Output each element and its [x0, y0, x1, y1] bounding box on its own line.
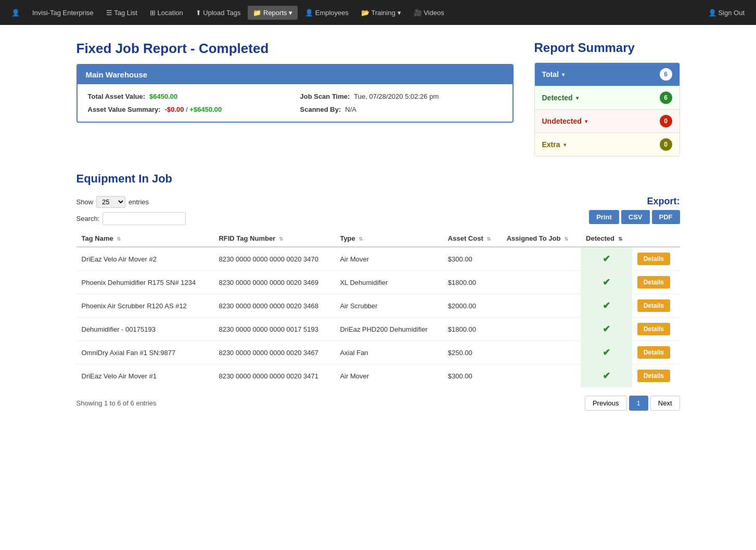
col-tag-name[interactable]: Tag Name ⇅	[76, 230, 214, 247]
showing-text: Showing 1 to 6 of 6 entries	[76, 399, 157, 407]
equipment-title: Equipment In Job	[76, 172, 680, 186]
table-row: Phoenix Dehumidifier R175 SN# 1234 8230 …	[76, 271, 680, 294]
cell-asset-cost: $1800.00	[443, 318, 502, 341]
job-scan-time-field: Job Scan Time: Tue, 07/28/2020 5:02:26 p…	[300, 93, 502, 100]
nav-sign-out[interactable]: 👤 Sign Out	[703, 9, 750, 17]
details-button[interactable]: Details	[637, 253, 670, 265]
csv-button[interactable]: CSV	[621, 210, 650, 224]
cell-asset-cost: $250.00	[443, 341, 502, 364]
previous-button[interactable]: Previous	[585, 396, 627, 411]
job-card: Main Warehouse Total Asset Value: $6450.…	[76, 64, 514, 123]
job-scan-time-label: Job Scan Time:	[300, 93, 350, 100]
job-scan-time: Tue, 07/28/2020 5:02:26 pm	[354, 93, 439, 100]
cell-rfid: 8230 0000 0000 0000 0020 3468	[213, 294, 335, 318]
summary-card: Total ▾ 6 Detected ▾ 6 Undetected ▾	[534, 62, 680, 156]
sort-assigned-icon: ⇅	[564, 236, 568, 242]
col-assigned-to-job[interactable]: Assigned To Job ⇅	[502, 230, 581, 247]
summary-extra-label: Extra ▾	[542, 140, 566, 149]
extra-caret-icon: ▾	[563, 142, 566, 148]
pagination-area: Showing 1 to 6 of 6 entries Previous 1 N…	[76, 396, 680, 411]
table-row: OmniDry Axial Fan #1 SN:9877 8230 0000 0…	[76, 341, 680, 364]
cell-asset-cost: $300.00	[443, 247, 502, 271]
col-actions	[632, 230, 680, 247]
sort-rfid-icon: ⇅	[279, 236, 283, 242]
report-section: Fixed Job Report - Completed Main Wareho…	[76, 41, 514, 156]
cell-tag-name: Dehumidifier - 00175193	[76, 318, 214, 341]
top-section: Fixed Job Report - Completed Main Wareho…	[76, 41, 680, 156]
entries-select[interactable]: 10 25 50 100	[96, 196, 125, 208]
summary-row-extra[interactable]: Extra ▾ 0	[535, 133, 680, 156]
nav-item-reports[interactable]: 📁 Reports ▾	[248, 6, 298, 20]
check-icon: ✔	[603, 300, 610, 311]
search-input[interactable]	[102, 212, 186, 225]
export-section: Export: Print CSV PDF	[589, 196, 680, 224]
nav-brand[interactable]: Invisi-Tag Enterprise	[27, 9, 99, 17]
col-detected[interactable]: Detected ⇅	[581, 230, 632, 247]
report-title: Fixed Job Report - Completed	[76, 41, 514, 57]
nav-user-icon: 👤	[6, 9, 25, 17]
table-row: Dehumidifier - 00175193 8230 0000 0000 0…	[76, 318, 680, 341]
cell-detected: ✔	[581, 318, 632, 341]
summary-row-undetected[interactable]: Undetected ▾ 0	[535, 110, 680, 133]
pdf-button[interactable]: PDF	[652, 210, 680, 224]
summary-row-total[interactable]: Total ▾ 6	[535, 63, 680, 86]
cell-actions: Details	[632, 271, 680, 294]
col-rfid[interactable]: RFID Tag Number ⇅	[213, 230, 335, 247]
table-row: Phoenix Air Scrubber R120 AS #12 8230 00…	[76, 294, 680, 318]
job-card-body: Total Asset Value: $6450.00 Asset Value …	[78, 84, 512, 122]
sort-asset-cost-icon: ⇅	[486, 236, 491, 242]
extra-badge: 0	[660, 138, 672, 151]
summary-row-detected[interactable]: Detected ▾ 6	[535, 86, 680, 110]
col-type[interactable]: Type ⇅	[335, 230, 442, 247]
page-1-button[interactable]: 1	[629, 396, 648, 411]
details-button[interactable]: Details	[637, 346, 670, 359]
cell-rfid: 8230 0000 0000 0000 0017 5193	[213, 318, 335, 341]
total-badge: 6	[660, 68, 672, 81]
asset-value-positive: +$6450.00	[189, 106, 222, 113]
cell-actions: Details	[632, 318, 680, 341]
total-asset-value: $6450.00	[149, 93, 177, 100]
show-entries-row: Show 10 25 50 100 entries	[76, 196, 186, 208]
cell-detected: ✔	[581, 341, 632, 364]
asset-value-negative: -$0.00	[165, 106, 184, 113]
total-asset-value-label: Total Asset Value:	[88, 93, 146, 100]
scanned-by-field: Scanned By: N/A	[300, 106, 502, 113]
print-button[interactable]: Print	[589, 210, 619, 224]
total-caret-icon: ▾	[562, 72, 565, 77]
nav-item-location[interactable]: ⊞ Location	[145, 9, 188, 17]
cell-asset-cost: $2000.00	[443, 294, 502, 318]
scanned-by: N/A	[345, 106, 356, 113]
show-label: Show	[76, 198, 94, 206]
detected-caret-icon: ▾	[576, 95, 579, 101]
nav-item-employees[interactable]: 👤 Employees	[300, 9, 354, 17]
export-buttons: Print CSV PDF	[589, 210, 680, 224]
cell-rfid: 8230 0000 0000 0000 0020 3469	[213, 271, 335, 294]
equipment-section: Equipment In Job Show 10 25 50 100 entri…	[76, 172, 680, 411]
cell-detected: ✔	[581, 247, 632, 271]
cell-tag-name: DriEaz Velo Air Mover #2	[76, 247, 214, 271]
next-button[interactable]: Next	[650, 396, 680, 411]
nav-item-videos[interactable]: 🎥 Videos	[408, 9, 450, 17]
nav-item-upload-tags[interactable]: ⬆ Upload Tags	[190, 9, 246, 17]
cell-actions: Details	[632, 294, 680, 318]
cell-actions: Details	[632, 341, 680, 364]
table-header-row: Tag Name ⇅ RFID Tag Number ⇅ Type ⇅ Asse…	[76, 230, 680, 247]
cell-type: Air Mover	[335, 364, 442, 388]
check-icon: ✔	[603, 347, 610, 358]
cell-assigned-to-job	[502, 364, 581, 388]
cell-tag-name: OmniDry Axial Fan #1 SN:9877	[76, 341, 214, 364]
cell-detected: ✔	[581, 271, 632, 294]
undetected-caret-icon: ▾	[585, 119, 587, 124]
search-label: Search:	[76, 215, 100, 222]
cell-detected: ✔	[581, 364, 632, 388]
nav-item-training[interactable]: 📂 Training ▾	[356, 9, 406, 17]
details-button[interactable]: Details	[637, 323, 670, 335]
nav-item-tag-list[interactable]: ☰ Tag List	[101, 9, 143, 17]
cell-type: DriEaz PHD200 Dehumidifier	[335, 318, 442, 341]
details-button[interactable]: Details	[637, 370, 670, 382]
details-button[interactable]: Details	[637, 299, 670, 312]
details-button[interactable]: Details	[637, 276, 670, 289]
cell-assigned-to-job	[502, 247, 581, 271]
col-asset-cost[interactable]: Asset Cost ⇅	[443, 230, 502, 247]
check-icon: ✔	[603, 371, 610, 381]
